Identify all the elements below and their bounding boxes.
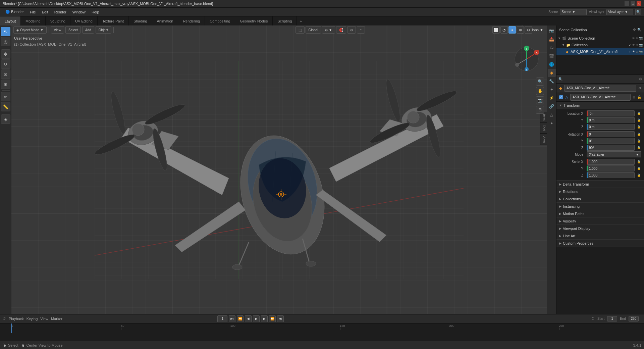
menu-window[interactable]: Window [70,9,88,15]
scale-tool-button[interactable]: ⊡ [1,69,10,79]
scale-y-field[interactable]: 1.000 [587,165,635,171]
scale-z-field[interactable]: 1.000 [587,172,635,178]
rotation-x-field[interactable]: 0° [587,131,635,137]
tab-scripting[interactable]: Scripting [273,16,297,26]
jump-to-start-button[interactable]: ⏮ [229,315,235,322]
menu-blender[interactable]: 🔵 Blender [3,9,26,15]
scale-x-field[interactable]: 1.000 [587,159,635,165]
viewport-shading-wireframe[interactable]: ⬚ [296,26,305,34]
outliner-collection-item[interactable]: ▼ 📁 Collection ✓ 👁 ⊕ 📷 [556,42,644,48]
grid-view-button[interactable]: ⊞ [536,106,544,114]
play-button[interactable]: ▶ [253,315,260,322]
constraints-properties-icon[interactable]: 🔗 [548,102,556,110]
menu-render[interactable]: Render [52,9,69,15]
visibility-section[interactable]: ▶ Visibility [556,217,644,225]
scale-y-lock[interactable]: 🔒 [636,166,641,171]
world-properties-icon[interactable]: 🌐 [548,60,556,68]
delta-transform-section[interactable]: ▶ Delta Transform [556,181,644,188]
view-menu[interactable]: View [51,26,64,34]
rotation-y-lock[interactable]: 🔒 [636,138,641,144]
object-data-action-icon[interactable]: ⊞ [633,95,635,99]
line-art-section[interactable]: ▶ Line Art [556,232,644,240]
outliner-col-visible-icon[interactable]: ✓ [629,43,631,47]
jump-to-end-button[interactable]: ⏭ [277,315,284,322]
tab-rendering[interactable]: Rendering [178,16,205,26]
rotation-x-lock[interactable]: 🔒 [636,132,641,137]
view-menu-timeline[interactable]: View [40,317,48,321]
tab-layout[interactable]: Layout [0,16,21,26]
step-forward-button[interactable]: ▶ [261,315,268,322]
outliner-search-button[interactable]: 🔍 [637,28,641,32]
scene-properties-icon[interactable]: 🎬 [548,52,556,60]
global-local-toggle[interactable]: Global [306,26,321,34]
instancing-section[interactable]: ▶ Instancing [556,203,644,210]
playback-menu[interactable]: Playback [9,317,24,321]
location-z-field[interactable]: 0 m [587,124,635,130]
marker-menu[interactable]: Marker [51,317,62,321]
tab-shading[interactable]: Shading [129,16,152,26]
search-icon[interactable]: 🔍 [635,9,641,15]
transform-section-header[interactable]: ▼ Transform [556,102,644,109]
show-overlays[interactable]: ⊕ [517,26,524,34]
outliner-col-camera-icon[interactable]: 📷 [639,43,643,47]
timeline-track-area[interactable]: 1 50 100 150 200 250 [0,323,644,333]
add-object-button[interactable]: ◈ [1,114,10,124]
view-layer-properties-icon[interactable]: 🗂 [548,44,556,52]
end-frame-field[interactable]: 250 [629,316,639,321]
tab-texture-paint[interactable]: Texture Paint [98,16,129,26]
outliner-obj-visible-icon[interactable]: ✓ [629,50,631,53]
viewport-shading-solid[interactable]: ⬜ [492,26,500,34]
frame-indicator-box[interactable]: 1 [217,315,227,322]
step-back-button[interactable]: ◀ [245,315,252,322]
tab-animation[interactable]: Animation [152,16,178,26]
timeline-icon[interactable]: ⏱ [3,317,6,320]
object-properties-icon[interactable]: ◆ [548,69,556,77]
transform-pivot[interactable]: ⊙ ▼ [322,26,335,34]
object-data-name-field[interactable]: ASX_MOBi-One_V1_Aircraft [570,94,631,101]
menu-help[interactable]: Help [89,9,102,15]
add-menu[interactable]: Add [82,26,94,34]
outliner-col-restrict-icon[interactable]: 👁 [632,43,635,47]
cursor-tool-button[interactable]: ◎ [1,37,10,46]
rotation-z-field[interactable]: 90° [587,145,635,151]
pan-view-button[interactable]: ✋ [536,87,544,95]
n-panel-tool-tab[interactable]: Tool [540,123,547,133]
show-gizmos[interactable]: ⊙ [525,26,532,34]
snap-toggle[interactable]: 🧲 [336,26,346,34]
start-frame-field[interactable]: 1 [607,316,617,321]
physics-properties-icon[interactable]: ⚡ [548,94,556,102]
viewlayer-dropdown[interactable]: ViewLayer ▼ [606,9,633,15]
outliner-visible-icon[interactable]: 👁 [632,37,635,40]
rotation-z-lock[interactable]: 🔒 [636,145,641,150]
outliner-col-render-icon[interactable]: ⊕ [636,43,638,47]
location-y-field[interactable]: 0 m [587,117,635,123]
extra-tools[interactable]: ~ [357,26,365,34]
camera-view-button[interactable]: 📷 [536,96,544,104]
close-button[interactable]: ✕ [637,1,641,6]
measure-tool-button[interactable]: 📏 [1,102,10,111]
object-menu[interactable]: Object [96,26,111,34]
outliner-restrict-icon[interactable]: ⊕ [636,37,638,40]
rotation-mode-dropdown[interactable]: XYZ Euler ▼ [587,151,641,157]
material-properties-icon[interactable]: ● [548,119,556,127]
rotate-tool-button[interactable]: ↺ [1,59,10,69]
3d-viewport[interactable]: ◈ Object Mode ▼ View Select Add Object ⬚… [11,26,547,314]
maximize-button[interactable]: □ [631,1,635,6]
outliner-render-icon[interactable]: 📷 [639,37,643,40]
scene-dropdown[interactable]: Scene ▼ [560,9,587,15]
rotation-y-field[interactable]: 0° [587,138,635,144]
particles-properties-icon[interactable]: ✦ [548,86,556,94]
location-z-lock[interactable]: 🔒 [636,124,641,130]
object-data-fake-user-icon[interactable]: 🔒 [637,95,641,99]
n-panel-view-tab[interactable]: View [540,134,547,145]
scale-z-lock[interactable]: 🔒 [636,172,641,178]
motion-paths-section[interactable]: ▶ Motion Paths [556,210,644,217]
relations-section[interactable]: ▶ Relations [556,188,644,195]
outliner-object-item[interactable]: ◆ ASX_MOBi-One_V1_Aircraft ✓ 👁 ⊕ 📷 [556,48,644,55]
object-name-field[interactable]: ASX_MOBi-One_V1_Aircraft [564,85,636,92]
tab-geometry-nodes[interactable]: Geometry Nodes [235,16,273,26]
select-tool-button[interactable]: ↖ [1,27,10,36]
outliner-obj-restrict-icon[interactable]: 👁 [632,50,635,53]
object-mode-dropdown[interactable]: ◈ Object Mode ▼ [13,26,47,34]
scale-x-lock[interactable]: 🔒 [636,159,641,164]
